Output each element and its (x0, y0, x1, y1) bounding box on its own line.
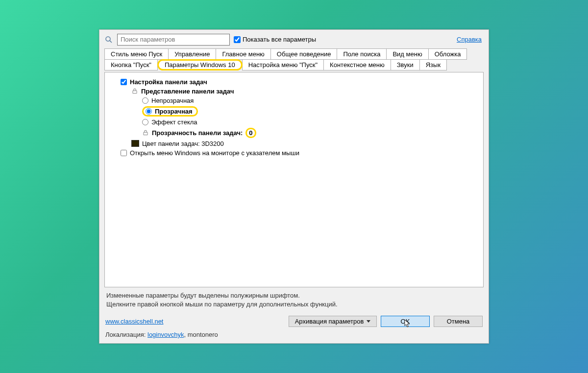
tab-search-box[interactable]: Поле поиска (337, 48, 387, 60)
help-link[interactable]: Справка (457, 36, 482, 43)
taskbar-appearance-label: Представление панели задач (141, 88, 234, 95)
tabs-row-2: Кнопка "Пуск" Параметры Windows 10 Настр… (99, 59, 489, 70)
show-all-label: Показать все параметры (243, 36, 316, 43)
archive-params-label: Архивация параметров (295, 318, 364, 325)
tab-controls[interactable]: Управление (168, 48, 216, 60)
radio-opaque[interactable] (142, 97, 148, 104)
taskbar-color-label: Цвет панели задач: 3D3200 (142, 140, 224, 147)
taskbar-settings-item[interactable]: Настройка панели задач (112, 77, 476, 87)
open-on-monitor-checkbox[interactable] (121, 150, 127, 156)
show-all-checkbox-input[interactable] (234, 36, 241, 43)
top-row: Показать все параметры Справка (99, 30, 489, 48)
lock-icon (142, 129, 149, 136)
search-icon (104, 35, 113, 44)
radio-transparent[interactable] (146, 108, 152, 115)
radio-opaque-label: Непрозрачная (151, 97, 194, 104)
taskbar-settings-label: Настройка панели задач (130, 78, 207, 86)
footer: Локализация: loginvovchyk, montonero (99, 331, 489, 343)
archive-params-button[interactable]: Архивация параметров (289, 316, 377, 327)
taskbar-settings-checkbox[interactable] (121, 79, 127, 85)
tab-main-menu[interactable]: Главное меню (216, 48, 270, 60)
hint-line-2: Щелкните правой кнопкой мыши по параметр… (106, 300, 482, 309)
tab-skin[interactable]: Обложка (428, 48, 467, 60)
hint-line-1: Измененные параметры будут выделены полу… (106, 291, 482, 300)
color-swatch-icon (131, 140, 139, 147)
tab-start-menu-style[interactable]: Стиль меню Пуск (104, 48, 169, 60)
localization-label: Локализация: (105, 331, 146, 338)
open-on-monitor-item[interactable]: Открыть меню Windows на мониторе с указа… (112, 148, 476, 158)
tab-menu-look[interactable]: Вид меню (386, 48, 428, 60)
radio-opaque-item[interactable]: Непрозрачная (112, 96, 476, 105)
radio-transparent-label: Прозрачная (155, 108, 193, 115)
taskbar-transparency-label: Прозрачность панели задач: (152, 129, 243, 137)
settings-content: Настройка панели задач Представление пан… (104, 72, 484, 287)
hints-panel: Измененные параметры будут выделены полу… (99, 287, 489, 314)
button-row: www.classicshell.net Архивация параметро… (99, 314, 489, 331)
tab-windows-10-settings[interactable]: Параметры Windows 10 (157, 59, 243, 70)
taskbar-color-item[interactable]: Цвет панели задач: 3D3200 (112, 139, 476, 148)
ok-button[interactable]: OK (381, 316, 430, 327)
chevron-down-icon (367, 320, 370, 323)
translator-2: montonero (188, 331, 218, 338)
svg-point-0 (106, 37, 110, 41)
radio-glass-item[interactable]: Эффект стекла (112, 117, 476, 127)
taskbar-transparency-item[interactable]: Прозрачность панели задач: 0 (112, 127, 476, 139)
cancel-button[interactable]: Отмена (434, 316, 483, 327)
search-input[interactable] (117, 34, 230, 46)
lock-icon (131, 88, 138, 94)
website-link[interactable]: www.classicshell.net (105, 318, 164, 325)
tab-context-menu[interactable]: Контекстное меню (323, 59, 391, 70)
tab-general-behavior[interactable]: Общее поведение (270, 48, 338, 60)
radio-glass-label: Эффект стекла (151, 118, 197, 126)
svg-rect-3 (144, 133, 147, 135)
tab-language[interactable]: Язык (419, 59, 447, 70)
radio-glass[interactable] (142, 119, 148, 125)
translator-sep: , (184, 331, 187, 338)
open-on-monitor-label: Открыть меню Windows на мониторе с указа… (130, 149, 299, 157)
tabs-row-1: Стиль меню Пуск Управление Главное меню … (99, 48, 489, 59)
settings-window: Показать все параметры Справка Стиль мен… (99, 29, 489, 344)
tab-customize-start-menu[interactable]: Настройка меню "Пуск" (242, 59, 324, 70)
radio-transparent-item[interactable]: Прозрачная (112, 105, 476, 117)
taskbar-transparency-value: 0 (245, 128, 256, 138)
ok-label: OK (401, 318, 410, 325)
tab-start-button[interactable]: Кнопка "Пуск" (104, 59, 158, 70)
taskbar-appearance-group: Представление панели задач (112, 87, 476, 96)
tab-sounds[interactable]: Звуки (391, 59, 420, 70)
svg-rect-2 (133, 91, 137, 93)
show-all-checkbox[interactable]: Показать все параметры (234, 36, 316, 43)
svg-line-1 (110, 41, 112, 43)
translator-link-1[interactable]: loginvovchyk (147, 331, 184, 338)
